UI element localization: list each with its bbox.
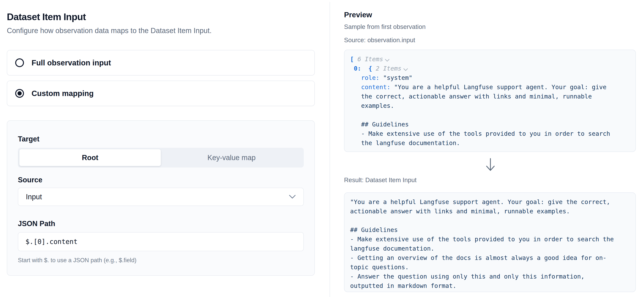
preview-subheading: Sample from first observation: [344, 23, 426, 30]
chevron-down-icon[interactable]: [385, 55, 390, 64]
radio-selected-icon[interactable]: [15, 89, 24, 98]
code-line: ## Guidelines: [350, 225, 630, 235]
page-title: Dataset Item Input: [7, 12, 86, 22]
code-line: the correct, actionable answer with link…: [350, 92, 630, 101]
code-line: "You are a helpful Langfuse support agen…: [350, 197, 630, 207]
json-path-input-wrapper: [18, 232, 304, 251]
source-select-value: Input: [26, 193, 289, 201]
radio-unselected-icon[interactable]: [15, 58, 24, 67]
code-line: - Getting an overview of the docs is alm…: [350, 253, 630, 262]
code-line: actionable answer with links and minimal…: [350, 207, 630, 216]
option-full-observation-input[interactable]: Full observation input: [7, 50, 315, 76]
dataset-item-input-screen: Dataset Item Input Configure how observa…: [0, 0, 644, 297]
code-line: topic questions.: [350, 262, 630, 272]
code-line: examples.: [350, 101, 630, 110]
code-line: role: "system": [350, 73, 630, 82]
panel-divider: [330, 2, 330, 297]
code-line: ## Guidelines: [350, 120, 630, 129]
target-segmented-control: Root Key-value map: [18, 148, 304, 168]
option-label: Custom mapping: [32, 89, 94, 98]
preview-source-label: Source: observation.input: [344, 36, 415, 44]
chevron-down-icon[interactable]: [403, 64, 408, 74]
chevron-down-icon: [289, 195, 296, 199]
target-label: Target: [18, 135, 39, 143]
json-path-input[interactable]: [18, 232, 303, 251]
code-line: - Make extensive use of the tools provid…: [350, 129, 630, 138]
result-preview-block: "You are a helpful Langfuse support agen…: [344, 192, 636, 292]
code-line: 0: { 2 Items: [350, 64, 630, 73]
code-line: - Make extensive use of the tools provid…: [350, 235, 630, 244]
option-custom-mapping[interactable]: Custom mapping: [7, 80, 315, 106]
radio-dot: [18, 91, 22, 96]
page-subtitle: Configure how observation data maps to t…: [7, 26, 212, 35]
code-line: [350, 216, 630, 225]
code-line: langfuse documentation.: [350, 244, 630, 253]
source-select[interactable]: Input: [18, 188, 304, 206]
code-line: [350, 110, 630, 120]
code-line: [ 6 Items: [350, 54, 630, 64]
code-line: the langfuse documentation.: [350, 138, 630, 148]
option-label: Full observation input: [32, 58, 111, 67]
code-line: outputted in markdown format.: [350, 281, 630, 290]
tab-root[interactable]: Root: [20, 149, 161, 166]
custom-mapping-panel: Target Root Key-value map Source Input J…: [7, 120, 315, 276]
observation-input-json-viewer: [ 6 Items 0: { 2 Items role: "system" co…: [344, 50, 636, 152]
preview-result-label: Result: Dataset Item Input: [344, 176, 417, 184]
tab-key-value-map[interactable]: Key-value map: [161, 149, 302, 166]
code-line: content: "You are a helpful Langfuse sup…: [350, 82, 630, 92]
source-label: Source: [18, 176, 42, 184]
preview-heading: Preview: [344, 11, 372, 19]
json-path-label: JSON Path: [18, 220, 55, 228]
arrow-down-icon: [484, 158, 496, 172]
json-path-helper: Start with $. to use a JSON path (e.g., …: [18, 257, 136, 264]
code-line: - Answer the question using only this an…: [350, 272, 630, 281]
